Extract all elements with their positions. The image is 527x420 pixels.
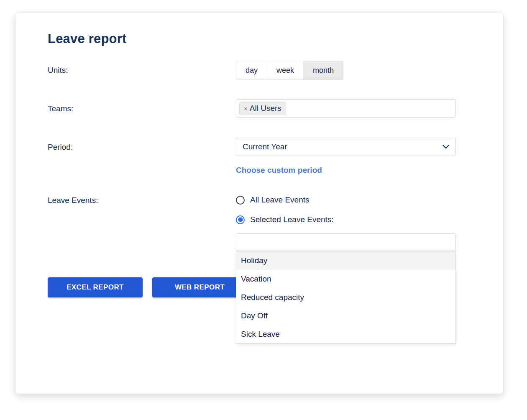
- leave-events-row: Leave Events: All Leave Events Selected …: [48, 194, 471, 251]
- leave-events-dropdown: Holiday Vacation Reduced capacity Day Of…: [236, 251, 456, 344]
- radio-circle-selected[interactable]: [236, 215, 245, 224]
- team-tag-label: All Users: [250, 104, 281, 113]
- dropdown-option-sick-leave[interactable]: Sick Leave: [236, 325, 455, 343]
- dropdown-option-holiday[interactable]: Holiday: [236, 251, 455, 270]
- leave-report-card: Leave report Units: day week month Teams…: [15, 13, 504, 394]
- choose-custom-period-link[interactable]: Choose custom period: [236, 166, 322, 175]
- leave-events-input-wrap: Holiday Vacation Reduced capacity Day Of…: [236, 233, 456, 251]
- dropdown-option-day-off[interactable]: Day Off: [236, 307, 455, 325]
- units-option-month[interactable]: month: [304, 61, 343, 80]
- web-report-button[interactable]: WEB REPORT: [152, 277, 247, 297]
- period-select[interactable]: Current Year: [236, 138, 456, 156]
- units-segmented-control: day week month: [236, 61, 471, 80]
- selected-team-tag: × All Users: [239, 102, 286, 115]
- units-option-day[interactable]: day: [236, 61, 267, 80]
- dropdown-option-vacation[interactable]: Vacation: [236, 270, 455, 288]
- radio-selected-leave-events-label: Selected Leave Events:: [250, 215, 334, 224]
- remove-tag-icon[interactable]: ×: [244, 105, 248, 112]
- period-row: Period: Current Year Choose custom perio…: [48, 138, 471, 175]
- chevron-down-icon: [443, 145, 449, 149]
- dropdown-option-reduced-capacity[interactable]: Reduced capacity: [236, 288, 455, 307]
- period-select-value: Current Year: [243, 142, 287, 151]
- units-label: Units:: [48, 61, 236, 80]
- leave-events-label: Leave Events:: [48, 194, 236, 207]
- units-row: Units: day week month: [48, 61, 471, 80]
- teams-row: Teams: × All Users: [48, 99, 471, 118]
- teams-multiselect-input[interactable]: × All Users: [236, 99, 456, 118]
- excel-report-button[interactable]: EXCEL REPORT: [48, 277, 143, 297]
- leave-events-search-input[interactable]: [236, 233, 456, 251]
- radio-selected-leave-events[interactable]: Selected Leave Events:: [236, 214, 471, 225]
- units-option-week[interactable]: week: [267, 61, 304, 80]
- teams-label: Teams:: [48, 99, 236, 118]
- radio-all-leave-events-label: All Leave Events: [250, 195, 310, 205]
- radio-all-leave-events[interactable]: All Leave Events: [236, 194, 471, 206]
- radio-circle-unselected[interactable]: [236, 196, 245, 205]
- leave-events-controls: All Leave Events Selected Leave Events: …: [236, 194, 471, 251]
- page-title: Leave report: [48, 31, 471, 46]
- period-controls: Current Year Choose custom period: [236, 138, 471, 175]
- period-label: Period:: [48, 138, 236, 157]
